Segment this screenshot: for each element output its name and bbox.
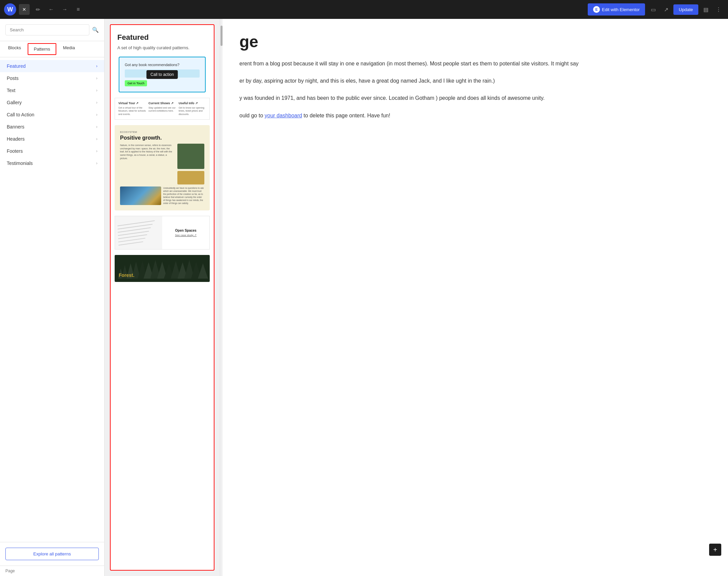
blog-paragraph-4: ould go to your dashboard to delete this… [239,111,711,120]
chevron-right-icon: › [96,161,97,166]
wp-logo: W [4,3,16,16]
patterns-panel: Featured A set of high quality curated p… [110,24,214,571]
elementor-icon: E [593,6,600,13]
toolbar: W ✕ ✏ ← → ≡ E Edit with Elementor ▭ ↗ Up… [0,0,728,19]
pattern-growth[interactable]: ECOSYSTEM Positive growth. Nature, in th… [115,125,210,210]
blog-content: ge erent from a blog post because it wil… [223,19,728,576]
sidebar-toggle-button[interactable]: ▤ [700,4,711,15]
sidebar-item-headers[interactable]: Headers › [0,133,104,145]
pattern-growth-body-text: Nature, in the common sense, refers to e… [120,144,175,160]
sidebar: 🔍 Blocks Patterns Media Featured › Posts… [0,19,105,576]
sidebar-item-gallery[interactable]: Gallery › [0,96,104,109]
pattern-open-spaces-title: Open Spaces [175,229,196,232]
pattern-growth-caption: Undoubtedly we have no questions to ask … [163,186,204,205]
pattern-col-2: Current Shows ↗ Stay updated and see our… [148,102,176,116]
sidebar-item-banners[interactable]: Banners › [0,121,104,133]
sidebar-item-call-to-action[interactable]: Call to Action › [0,109,104,121]
page-label: Page [0,566,104,576]
redo-button[interactable]: → [59,4,70,15]
pattern-three-cols[interactable]: Virtual Tour ↗ Get a virtual tour of the… [115,98,210,120]
chevron-right-icon: › [96,124,97,129]
edit-icon-button[interactable]: ✏ [32,4,43,15]
chevron-right-icon: › [96,112,97,117]
sidebar-tabs: Blocks Patterns Media [0,41,104,57]
call-to-action-tooltip: Call to action [146,70,178,79]
pattern-col-3: Useful Info ↗ Get to know our opening ti… [179,102,206,116]
pattern-col-1: Virtual Tour ↗ Get a virtual tour of the… [118,102,146,116]
search-button[interactable]: 🔍 [92,27,99,33]
chevron-right-icon: › [96,76,97,81]
dashboard-link[interactable]: your dashboard [265,113,302,118]
pattern-forest[interactable]: Forest. [115,255,210,282]
pattern-open-spaces[interactable]: Open Spaces See case study ↗ [115,216,210,250]
edit-elementor-button[interactable]: E Edit with Elementor [588,3,645,16]
sidebar-search-area: 🔍 [0,19,104,41]
close-button[interactable]: ✕ [19,4,30,15]
blog-paragraph-1: erent from a blog post because it will s… [239,59,711,68]
chevron-right-icon: › [96,100,97,105]
desktop-view-button[interactable]: ▭ [648,4,659,15]
main-layout: 🔍 Blocks Patterns Media Featured › Posts… [0,19,728,576]
chevron-right-icon: › [96,149,97,153]
scrollbar-thumb [221,26,223,46]
sidebar-item-footers[interactable]: Footers › [0,145,104,157]
patterns-panel-title: Featured [117,33,207,42]
more-options-button[interactable]: ⋮ [713,4,724,15]
chevron-right-icon: › [96,88,97,93]
pattern-sea-image [120,186,161,205]
explore-patterns-button[interactable]: Explore all patterns [5,548,99,560]
pattern-growth-title: Positive growth. [120,135,204,141]
undo-button[interactable]: ← [46,4,57,15]
wave-lines-decoration [115,216,162,249]
content-area: Featured A set of high quality curated p… [105,19,728,576]
tab-patterns[interactable]: Patterns [28,43,56,55]
blog-paragraph-3: y was founded in 1971, and has been to t… [239,93,711,103]
vertical-scrollbar[interactable] [220,19,223,576]
add-block-button[interactable]: + [709,544,721,556]
sidebar-item-text[interactable]: Text › [0,84,104,96]
patterns-panel-header: Featured A set of high quality curated p… [111,25,214,57]
tab-media[interactable]: Media [58,41,80,57]
pattern-open-spaces-right: Open Spaces See case study ↗ [162,216,209,249]
pattern-cta-form-text: Got any book recommendations? [125,63,200,67]
sidebar-nav: Featured › Posts › Text › Gallery › Call… [0,57,104,542]
forest-trees [115,255,210,282]
pattern-growth-label: ECOSYSTEM [120,131,204,134]
external-link-button[interactable]: ↗ [661,4,671,15]
sidebar-item-posts[interactable]: Posts › [0,72,104,84]
pattern-forest-image [177,144,204,169]
menu-button[interactable]: ≡ [73,4,84,15]
pattern-forest-text: Forest. [119,272,135,278]
sidebar-item-testimonials[interactable]: Testimonials › [0,157,104,169]
blog-title: ge [239,32,711,51]
pattern-windmill-image [177,171,204,184]
chevron-right-icon: › [96,137,97,141]
search-input[interactable] [5,24,89,35]
pattern-open-spaces-left [115,216,162,249]
tab-blocks[interactable]: Blocks [3,41,26,57]
blog-paragraph-2: er by day, aspiring actor by night, and … [239,76,711,85]
update-button[interactable]: Update [673,4,698,15]
pattern-cta-form-button: Get in Touch [125,80,147,86]
sidebar-item-featured[interactable]: Featured › [0,60,104,72]
patterns-panel-description: A set of high quality curated patterns. [117,45,207,51]
pattern-open-spaces-link[interactable]: See case study ↗ [175,234,197,237]
chevron-right-icon: › [96,64,97,68]
sidebar-footer: Explore all patterns [0,542,104,566]
